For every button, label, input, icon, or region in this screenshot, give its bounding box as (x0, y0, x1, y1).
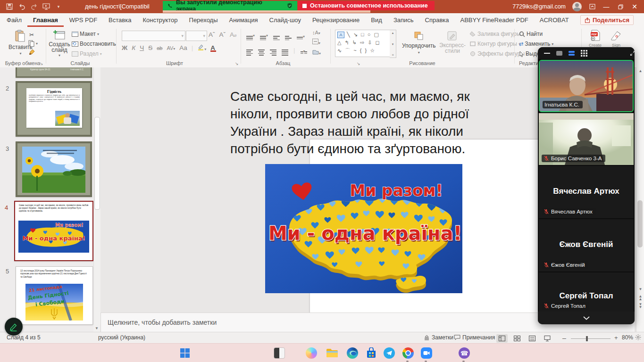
menu-help[interactable]: Справка (419, 13, 455, 27)
font-dialog-launcher-icon[interactable]: ↘ (235, 61, 239, 66)
qat-customize-chevron-icon[interactable]: ▾ (55, 3, 62, 10)
character-spacing-button[interactable]: AV▾ (167, 45, 175, 51)
paragraph-dialog-launcher-icon[interactable]: ↘ (357, 61, 360, 66)
copy-button[interactable]: ▾ (28, 40, 38, 47)
bold-button[interactable]: Ж (122, 44, 127, 51)
clear-format-button[interactable]: A⌀ (230, 31, 236, 38)
slide-image-ukraine-map[interactable]: Ми разом! Ми - одна країна! Ми - одна кр… (265, 164, 462, 293)
notes-toggle[interactable]: Заметки (424, 334, 453, 341)
format-painter-button[interactable] (29, 49, 35, 55)
pdf-create-button[interactable]: PDF Create (589, 30, 602, 48)
shrink-font-button[interactable]: Aˇ (219, 31, 226, 38)
telegram-icon[interactable] (383, 346, 396, 360)
font-name-combo[interactable]: ▾ (122, 31, 185, 41)
close-button[interactable]: ✕ (631, 3, 638, 10)
next-slide-icon[interactable]: ▼▼ (636, 303, 644, 309)
clipboard-dialog-launcher-icon[interactable]: ↘ (40, 61, 43, 66)
reset-slide-button[interactable]: Восстановить (72, 41, 116, 47)
numbering-button[interactable]: ▾ (260, 31, 268, 40)
zoom-slider-track[interactable] (571, 338, 611, 339)
chrome-icon[interactable] (401, 346, 415, 360)
slideshow-view-button[interactable] (542, 334, 553, 343)
participant-tile-ignatieva[interactable]: Ігнатьєва К.С. (539, 60, 634, 112)
thumbnail-slide-1-partial[interactable]: Куратор групи 3А-21 Ігнатьєва К.С. (16, 67, 92, 78)
menu-record[interactable]: Запись (388, 13, 419, 27)
menu-wps-pdf[interactable]: WPS PDF (64, 13, 103, 27)
viber-icon[interactable]: ☎ (458, 346, 471, 360)
account-avatar[interactable] (572, 2, 582, 11)
cut-button[interactable]: ✂ (29, 32, 34, 38)
section-button[interactable]: Раздел▾ (72, 50, 102, 57)
menu-design[interactable]: Конструктор (137, 13, 183, 27)
line-spacing-button[interactable]: ▾ (297, 32, 305, 40)
grid-view-icon[interactable] (581, 50, 587, 57)
italic-button[interactable]: К (132, 44, 135, 51)
speaker-view-icon[interactable] (556, 51, 562, 56)
grow-font-button[interactable]: Aˆ (209, 31, 215, 38)
app-scrollbar-thumb[interactable] (637, 200, 643, 247)
arrange-button[interactable]: Упорядочить ▾ (402, 31, 435, 55)
decrease-indent-button[interactable] (273, 31, 280, 40)
menu-home[interactable]: Главная (27, 13, 64, 27)
menu-review[interactable]: Рецензирование (307, 13, 365, 27)
shapes-gallery-scroll[interactable]: ▴▾≡ (390, 30, 396, 58)
app-scrollbar-track[interactable]: ▲ ▼ ▲▲ ▼▼ (636, 67, 644, 332)
zoom-minimize-icon[interactable] (544, 53, 550, 54)
zoom-slider-thumb[interactable] (586, 336, 588, 341)
menu-slideshow[interactable]: Слайд-шоу (264, 13, 307, 27)
redo-icon[interactable] (30, 3, 38, 10)
slide-sorter-view-button[interactable] (511, 334, 523, 343)
font-color-button[interactable]: A (210, 44, 216, 52)
align-text-button[interactable]: ▾ (312, 39, 320, 46)
justify-button[interactable] (282, 45, 288, 56)
task-view-button[interactable] (273, 346, 286, 360)
zoom-level[interactable]: 80% (622, 334, 633, 341)
menu-abbyy[interactable]: ABBYY FineReader PDF (455, 13, 534, 27)
textbox-shape-icon[interactable]: A (337, 32, 344, 38)
highlight-color-button[interactable]: ▾ (197, 44, 206, 52)
menu-view[interactable]: Вид (365, 13, 388, 27)
thumbnail-slide-4[interactable]: Саме сьогодні, в цей час, ми маємо, як н… (14, 201, 93, 261)
shape-fill-button[interactable]: Заливка фигуры▾ (469, 31, 524, 37)
gallery-view-icon[interactable] (569, 51, 575, 56)
account-email[interactable]: 7729iks@gmail.com (512, 3, 566, 10)
save-icon[interactable] (6, 3, 13, 10)
normal-view-button[interactable] (496, 334, 508, 343)
layout-button[interactable]: Макет▾ (72, 31, 99, 37)
notes-placeholder[interactable]: Щелкните, чтобы добавить заметки (108, 319, 217, 326)
participant-tile-savchenko[interactable]: Борис Савченко 3-А (539, 113, 634, 165)
participant-tile-yezhov[interactable]: Єжов Євгеній Єжов Євгеній (539, 219, 634, 272)
shape-outline-button[interactable]: Контур фигуры▾ (469, 41, 520, 47)
align-right-button[interactable] (270, 45, 276, 56)
shapes-row3[interactable]: ∿ ⌒ ~ { } ☆ (337, 47, 392, 55)
share-button[interactable]: Поделиться (580, 15, 634, 25)
start-button[interactable] (178, 346, 192, 360)
zoom-app-icon[interactable] (420, 346, 433, 360)
strikethrough-button[interactable]: S (148, 44, 152, 51)
participant-tile-topal[interactable]: Сергей Топал Сергей Топал (539, 272, 634, 312)
participant-tile-artiukh[interactable]: Вячеслав Артюх Вячеслав Артюх (539, 166, 634, 218)
double-strike-button[interactable]: ab (157, 45, 162, 51)
previous-slide-icon[interactable]: ▲▲ (636, 295, 644, 301)
menu-insert[interactable]: Вставка (103, 13, 137, 27)
restore-button[interactable] (617, 3, 624, 10)
minimize-button[interactable]: — (602, 3, 610, 10)
comments-toggle[interactable]: Примечания (454, 334, 495, 341)
underline-button[interactable]: Ч (140, 44, 144, 51)
edge-icon[interactable] (346, 346, 359, 360)
thumbnails-scrollbar-thumb[interactable] (94, 117, 100, 210)
start-slideshow-icon[interactable] (42, 3, 50, 10)
zoom-in-button[interactable]: + (614, 334, 618, 341)
thumbnails-scroll-down-icon[interactable]: ▼ (93, 325, 100, 332)
undo-icon[interactable] (18, 3, 25, 10)
change-case-button[interactable]: Aa (179, 44, 187, 51)
find-button[interactable]: Найти (519, 31, 543, 37)
font-size-combo[interactable]: ▾ (186, 31, 207, 41)
smartart-button[interactable]: ▾ (312, 49, 321, 56)
zoom-out-button[interactable]: – (562, 334, 566, 342)
text-direction-button[interactable]: ↕A▾ (312, 30, 320, 35)
align-left-button[interactable] (246, 45, 253, 56)
reading-view-button[interactable] (527, 334, 538, 343)
microsoft-store-icon[interactable] (365, 346, 378, 360)
ribbon-options-icon[interactable] (588, 3, 596, 10)
